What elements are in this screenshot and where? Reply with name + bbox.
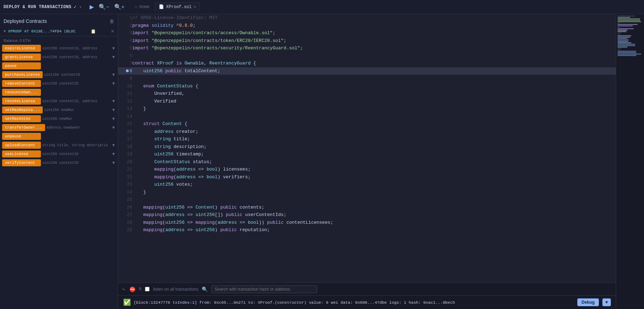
listen-checkbox[interactable] xyxy=(145,287,150,291)
method-button-uploadContent[interactable]: uploadContent xyxy=(2,142,41,149)
method-chevron-icon[interactable]: ▼ xyxy=(111,99,116,104)
code-line-8: 8 uint256 public totalContent; xyxy=(118,67,616,75)
code-line-11: 11 Unverified, xyxy=(118,90,616,98)
tx-success-icon: ✅ xyxy=(123,298,131,306)
line-content: mapping(uint256 => mapping(address => bo… xyxy=(132,219,616,227)
run-button[interactable]: ▶ xyxy=(88,3,95,11)
code-line-17: 17 string title; xyxy=(118,135,616,143)
code-line-7: 7 contract XProof is Ownable, Reentrancy… xyxy=(118,60,616,67)
debug-chevron-button[interactable]: ▼ xyxy=(602,298,611,306)
method-params: address newOwner xyxy=(47,126,110,130)
line-number: 22 xyxy=(118,173,132,181)
method-params: uint256 newMax xyxy=(44,108,110,112)
line-number: 10 xyxy=(118,82,132,90)
method-button-renounceOwnership[interactable]: renounceOwn... xyxy=(2,89,41,96)
code-line-2: 2 pragma solidity ^0.8.0; xyxy=(118,22,616,30)
method-button-setMaxVotes[interactable]: setMaxVotes xyxy=(2,115,41,122)
method-button-removeContent[interactable]: removeContent xyxy=(2,80,41,87)
list-item: pause xyxy=(2,62,116,69)
code-line-28: 28 mapping(uint256 => mapping(address =>… xyxy=(118,219,616,227)
method-params: uint256 contentId, address xyxy=(42,47,110,50)
minimap-line xyxy=(618,23,620,24)
copy-address-button[interactable]: 📋 xyxy=(91,29,96,34)
list-item: setMaxVotes uint256 newMax ▼ xyxy=(2,115,116,122)
line-number: 12 xyxy=(118,98,132,105)
code-line-23: 23 uint256 votes; xyxy=(118,181,616,189)
minimap-line xyxy=(618,21,641,22)
zoom-out-button[interactable]: 🔍− xyxy=(97,3,110,11)
method-button-revokeLicense[interactable]: revokeLicense xyxy=(2,98,41,105)
code-line-18: 18 string description; xyxy=(118,143,616,151)
method-button-expireLicense[interactable]: expireLicense xyxy=(2,45,41,52)
forward-icon[interactable]: › xyxy=(79,4,82,10)
method-chevron-icon[interactable]: ▼ xyxy=(111,55,116,60)
line-content: uint256 public totalContent; xyxy=(132,67,616,75)
trash-button[interactable]: 🗑 xyxy=(109,18,114,24)
minimap-line xyxy=(618,39,629,41)
home-icon: ⌂ xyxy=(135,5,137,10)
minimap-line xyxy=(618,35,631,36)
line-number: 28 xyxy=(118,219,132,227)
line-content: string description; xyxy=(132,143,616,151)
code-line-26: 26 mapping(uint256 => Content) public co… xyxy=(118,204,616,211)
line-number: 11 xyxy=(118,90,132,98)
tab-close-icon[interactable]: ✕ xyxy=(194,4,196,10)
method-chevron-icon[interactable]: ▼ xyxy=(111,107,116,112)
tx-search-input[interactable] xyxy=(211,285,317,293)
stop-button[interactable]: ⛔ xyxy=(129,286,135,292)
method-chevron-icon[interactable]: ▼ xyxy=(111,116,116,121)
method-button-purchaseLicense[interactable]: purchaseLicense xyxy=(2,71,43,78)
minimap-line xyxy=(618,47,627,48)
line-content: contract XProof is Ownable, ReentrancyGu… xyxy=(132,60,616,67)
minimap-line xyxy=(618,32,621,33)
method-chevron-icon[interactable]: ▼ xyxy=(111,160,116,165)
method-button-grantLicense[interactable]: grantLicense xyxy=(2,54,41,61)
search-icon[interactable]: 🔍 xyxy=(202,286,208,292)
line-content xyxy=(132,113,616,120)
method-chevron-icon[interactable]: ▼ xyxy=(111,72,116,77)
minimap-line xyxy=(618,48,621,49)
method-button-verifyContent[interactable]: verifyContent xyxy=(2,159,41,166)
close-contract-button[interactable]: ✕ xyxy=(111,29,114,34)
minimap-line xyxy=(618,54,641,55)
left-panel: Deployed Contracts 🗑 ▼ XPROOF AT 0X18E..… xyxy=(0,14,118,309)
line-content xyxy=(132,52,616,60)
method-chevron-icon[interactable]: ▼ xyxy=(111,125,116,130)
line-content: mapping(address => bool) licensees; xyxy=(132,166,616,173)
tab-home[interactable]: ⌂ Home xyxy=(131,3,153,11)
minimap-line xyxy=(618,38,627,39)
method-chevron-icon[interactable]: ▼ xyxy=(111,152,116,156)
method-chevron-icon[interactable]: ▼ xyxy=(111,46,116,51)
method-chevron-icon[interactable]: ▼ xyxy=(111,143,116,148)
method-button-transferOwnership[interactable]: transferOwner... xyxy=(2,124,45,131)
method-chevron-icon[interactable]: ▼ xyxy=(111,81,116,86)
method-button-unpause[interactable]: unpause xyxy=(2,133,41,140)
method-button-setMaxReputation[interactable]: setMaxReputa... xyxy=(2,106,43,113)
code-editor[interactable]: 1 // SPDX-License-Identifier: MIT 2 prag… xyxy=(118,14,616,283)
zoom-in-button[interactable]: 🔍+ xyxy=(113,3,126,11)
code-line-16: 16 address creator; xyxy=(118,128,616,136)
transaction-bar: ⤷ ⛔ 0 listen on all transactions 🔍 xyxy=(118,283,616,295)
tab-xproof[interactable]: 📄 XProof.sol ✕ xyxy=(155,2,200,11)
contract-item: ▼ XPROOF AT 0X18E...74FD4 (BLOC 📋 ✕ xyxy=(0,27,118,36)
contract-expand-icon[interactable]: ▼ xyxy=(4,29,6,33)
minimap-line xyxy=(618,52,636,53)
tx-count: 0 xyxy=(139,287,141,292)
code-line-15: 15 struct Content { xyxy=(118,120,616,128)
code-line-9: 9 xyxy=(118,75,616,82)
method-button-useLicense[interactable]: useLicense xyxy=(2,150,41,157)
line-content: Unverified, xyxy=(132,90,616,98)
check-icon: ✓ xyxy=(74,4,77,10)
minimap-line xyxy=(618,24,638,25)
code-line-25: 25 xyxy=(118,196,616,204)
collapse-button[interactable]: ⤷ xyxy=(122,286,126,292)
line-number: 8 xyxy=(118,67,132,75)
tab-home-label: Home xyxy=(139,5,150,10)
list-item: removeContent uint256 contentId ▼ xyxy=(2,80,116,87)
list-item: setMaxReputa... uint256 newMax ▼ xyxy=(2,106,116,113)
debug-button[interactable]: Debug xyxy=(577,298,599,306)
method-button-pause[interactable]: pause xyxy=(2,62,41,69)
minimap-line xyxy=(618,55,636,56)
code-line-27: 27 mapping(address => uint256[]) public … xyxy=(118,211,616,219)
line-number: 4 xyxy=(118,37,132,45)
